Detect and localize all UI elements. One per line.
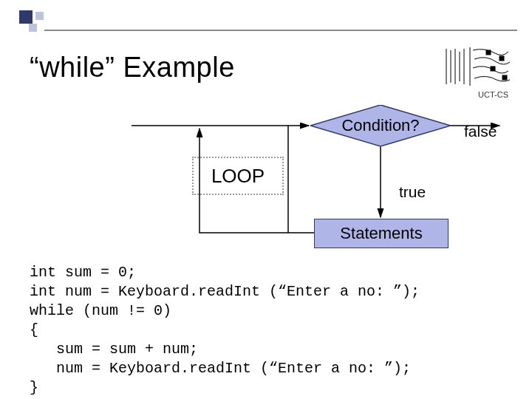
true-label: true [399, 183, 426, 201]
condition-label: Condition? [310, 105, 451, 146]
statements-box: Statements [314, 219, 449, 248]
code-line: int sum = 0; [30, 264, 136, 281]
uct-logo-icon [443, 46, 511, 86]
loop-label: LOOP [211, 165, 265, 188]
code-block: int sum = 0; int num = Keyboard.readInt … [30, 263, 420, 398]
condition-diamond: Condition? [310, 105, 451, 146]
code-line: } [30, 379, 38, 396]
svg-rect-7 [486, 50, 491, 55]
code-line: while (num != 0) [30, 302, 171, 319]
flowchart-diagram: Condition? LOOP Statements true false [44, 103, 502, 259]
code-line: num = Keyboard.readInt (“Enter a no: ”); [30, 360, 411, 377]
org-label: UCT-CS [478, 90, 508, 99]
code-line: int num = Keyboard.readInt (“Enter a no:… [30, 283, 420, 300]
header-divider [44, 30, 517, 31]
code-line: sum = sum + num; [30, 341, 198, 358]
svg-rect-0 [443, 46, 511, 86]
statements-label: Statements [340, 224, 422, 243]
svg-rect-10 [502, 75, 507, 80]
slide-title: “while” Example [30, 52, 235, 83]
svg-rect-9 [491, 66, 495, 71]
code-line: { [30, 321, 38, 338]
svg-rect-8 [499, 56, 504, 61]
false-label: false [464, 123, 497, 140]
loop-box: LOOP [192, 157, 284, 195]
